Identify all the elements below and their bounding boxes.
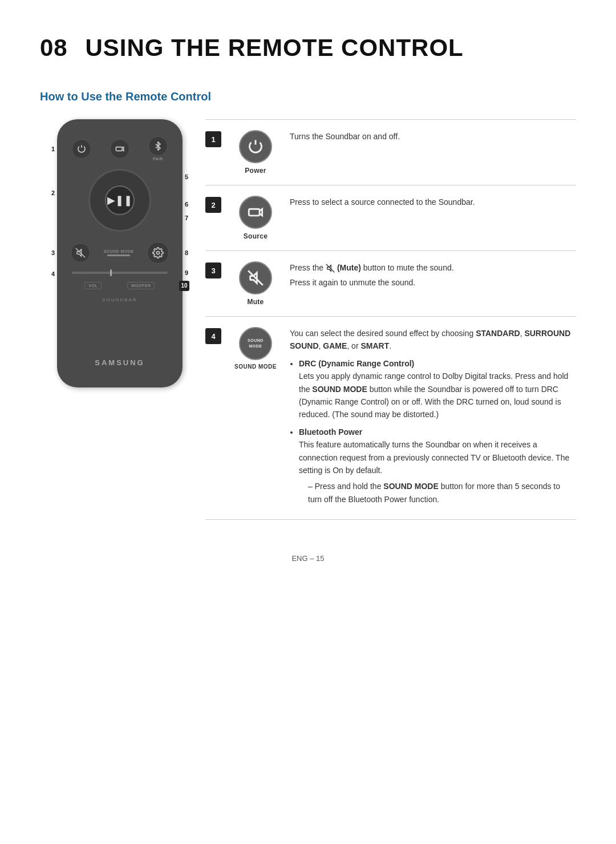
source-icon-area: Source (233, 196, 278, 240)
bluetooth-power-item: Bluetooth Power This feature automatical… (299, 426, 576, 506)
source-description: Press to select a source connected to th… (290, 196, 576, 211)
vol-woofer-row: 10 VOL WOOFER (67, 282, 172, 289)
mute-icon (239, 261, 272, 294)
vol-button[interactable]: VOL (84, 282, 102, 289)
soundbar-label: SOUNDBAR (102, 297, 137, 302)
svg-point-2 (156, 252, 159, 255)
power-description: Turns the Soundbar on and off. (290, 130, 576, 145)
pair-label: PAIR (153, 157, 163, 161)
sound-mode-icon: SOUND MODE (239, 327, 272, 360)
remote-control-wrapper: 1 (40, 119, 188, 387)
sound-mode-icon-area: SOUND MODE SOUND MODE (233, 327, 278, 370)
row-number-3: 3 (205, 263, 221, 278)
page-footer: ENG – 15 (40, 554, 576, 563)
content-area: 1 (40, 119, 576, 520)
power-label: Power (245, 167, 266, 175)
power-button[interactable] (72, 139, 91, 159)
remote-label-6: 6 (185, 201, 188, 208)
nav-row: 2 5 6 7 ▶❚❚ (67, 169, 172, 232)
remote-top-row: 1 (67, 136, 172, 161)
feature-table: 1 Power Turns the Soundbar on and off. 2 (205, 119, 576, 520)
remote-label-9: 9 (185, 269, 188, 276)
source-button[interactable] (110, 139, 129, 159)
play-pause-button[interactable]: ▶❚❚ (105, 185, 135, 215)
sound-mode-description: You can select the desired sound effect … (290, 327, 576, 509)
table-row-source: 2 Source Press to select a source connec… (205, 185, 576, 251)
source-label: Source (244, 232, 268, 240)
sound-mode-label: SOUND MODE (234, 364, 277, 370)
remote-label-8: 8 (185, 249, 188, 256)
mute-icon-area: Mute (233, 261, 278, 306)
row-number-4: 4 (205, 328, 221, 344)
remote-label-3: 3 (51, 249, 55, 256)
table-row-power: 1 Power Turns the Soundbar on and off. (205, 120, 576, 185)
power-icon-area: Power (233, 130, 278, 175)
row-number-1: 1 (205, 131, 221, 147)
nav-circle[interactable]: ▶❚❚ (88, 169, 151, 232)
remote-label-4: 4 (51, 270, 55, 277)
remote-label-2: 2 (51, 189, 55, 196)
remote-middle-row: 3 8 4 SOUND MODE (67, 242, 172, 264)
table-row-sound-mode: 4 SOUND MODE SOUND MODE You can select t… (205, 317, 576, 520)
svg-rect-0 (116, 147, 122, 151)
drc-item: DRC (Dynamic Range Control) Lets you app… (299, 357, 576, 421)
remote-control: 1 (57, 119, 183, 387)
mute-button[interactable] (71, 243, 90, 263)
row-number-2: 2 (205, 197, 221, 213)
remote-label-1: 1 (51, 146, 55, 152)
source-icon (239, 196, 272, 229)
page-title: 08 USING THE REMOTE CONTROL (40, 34, 576, 62)
mute-description: Press the (Mute) button to mute the soun… (290, 261, 576, 292)
section-title: How to Use the Remote Control (40, 90, 576, 103)
table-row-mute: 3 Mute Press the (Mute) button to mute t… (205, 251, 576, 317)
slider-thumb (110, 269, 112, 276)
volume-slider[interactable] (72, 272, 168, 274)
remote-label-10: 10 (179, 281, 189, 291)
remote-label-5: 5 (185, 173, 188, 180)
bluetooth-button-wrapper: PAIR (148, 136, 168, 161)
power-icon (239, 130, 272, 163)
remote-label-7: 7 (185, 215, 188, 221)
mute-label: Mute (247, 298, 264, 306)
sound-mode-area: 4 SOUND MODE (103, 249, 133, 256)
settings-button[interactable] (147, 242, 169, 264)
source-button-wrapper (110, 139, 129, 159)
woofer-button[interactable]: WOOFER (127, 282, 155, 289)
bluetooth-button[interactable] (148, 136, 168, 156)
sound-mode-sub-label: SOUND MODE (103, 249, 133, 253)
indicator-bar (107, 255, 130, 256)
svg-rect-3 (249, 209, 260, 216)
slider-row: 9 (67, 272, 172, 274)
samsung-brand-label: SAMSUNG (95, 358, 144, 367)
